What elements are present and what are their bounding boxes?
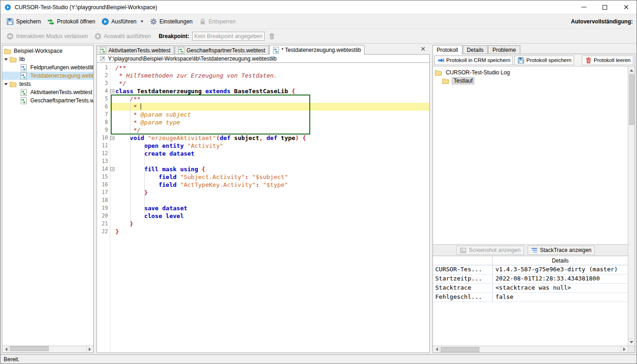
code-line[interactable]: 13 (97, 157, 429, 165)
details-row[interactable]: Stacktrace<stacktrace was null> (433, 284, 628, 293)
code-line[interactable]: 6 * (97, 103, 429, 111)
maximize-button[interactable] (594, 0, 615, 14)
unlock-label: Entsperren (209, 18, 236, 25)
log-tree-item[interactable]: Testlauf (433, 77, 628, 85)
autocomplete-label: Autovervollständigung: (571, 18, 634, 25)
code-line[interactable]: 18 (97, 196, 429, 204)
editor-tab[interactable]: AktivitaetenTests.webtest (97, 45, 174, 55)
maximize-icon (603, 5, 607, 10)
save-button[interactable]: Speichern (3, 17, 44, 27)
scroll-up-button[interactable] (628, 67, 635, 73)
clear-protocol-button[interactable]: Protokoll leeren (582, 56, 633, 65)
line-number: 19 (97, 204, 110, 212)
show-stacktrace-button[interactable]: StackTrace anzeigen (528, 246, 595, 255)
workspace-tree: Beispiel-WorkspacelibFeldpruefungen.webt… (2, 45, 93, 346)
code-line[interactable]: 2 * Hilfsmethoden zur Erzeugung von Test… (97, 72, 429, 79)
minimize-button[interactable] (573, 0, 594, 14)
tree-item[interactable]: AktivitaetenTests.webtest (2, 88, 93, 96)
fold-column (110, 165, 115, 173)
code-text: fill mask using { (115, 165, 429, 173)
tree-item[interactable]: tests (2, 80, 93, 88)
delete-breakpoint-button[interactable] (267, 31, 278, 42)
fold-column (110, 79, 115, 87)
protocol-vscrollbar[interactable] (628, 67, 635, 346)
expander-icon[interactable] (4, 58, 8, 61)
scrollbar-thumb[interactable] (441, 347, 479, 352)
code-text: * @param subject (115, 111, 429, 118)
scroll-left-button[interactable] (2, 346, 9, 353)
details-row[interactable]: Startzeitp...2022-08-01T12:28:33.4343818… (433, 274, 628, 284)
log-tree-item[interactable]: CURSOR-Test-Studio Log (433, 68, 628, 77)
code-line[interactable]: 5 /** (97, 95, 429, 103)
file-path: Y:\playground\Beispiel-Workspace\lib\Tes… (108, 56, 277, 62)
code-line[interactable]: 3 */ (97, 79, 429, 87)
sidebar-hscrollbar[interactable] (2, 346, 93, 353)
tab-protokoll[interactable]: Protokoll (432, 45, 462, 54)
settings-button[interactable]: Einstellungen (147, 17, 196, 27)
code-line[interactable]: 22} (97, 228, 429, 235)
save-protocol-crm-button[interactable]: Protokoll in CRM speichern (434, 56, 513, 65)
breakpoint-input[interactable] (192, 32, 265, 41)
scroll-left-button[interactable] (433, 346, 440, 353)
tree-item[interactable]: lib (2, 55, 93, 63)
fold-collapse-icon[interactable] (110, 167, 114, 171)
code-line[interactable]: 9 */ (97, 126, 429, 134)
save-protocol-button[interactable]: Protokoll speichern (514, 56, 574, 65)
webtest-file-icon (21, 97, 28, 104)
run-dropdown-icon[interactable] (141, 21, 143, 24)
close-button[interactable] (615, 0, 637, 14)
scroll-down-button[interactable] (628, 339, 635, 346)
run-button[interactable]: Ausführen (98, 17, 147, 27)
tree-item[interactable]: GeschaeftspartnerTests.webtest (2, 96, 93, 105)
editor-tab[interactable]: * Testdatenerzeugung.webtestlib (269, 45, 364, 55)
tab-details[interactable]: Details (463, 45, 488, 54)
expander-icon[interactable] (4, 83, 8, 85)
protocol-content: CURSOR-Test-Studio LogTestlauf Screensho… (433, 67, 635, 346)
code-line[interactable]: 8 * @param type (97, 118, 429, 126)
code-text: field "Subject.Activity": "$subject" (115, 173, 429, 181)
scroll-right-button[interactable] (621, 346, 628, 353)
line-number: 11 (97, 142, 110, 150)
code-line[interactable]: 15 field "Subject.Activity": "$subject" (97, 173, 429, 181)
line-number: 7 (97, 111, 110, 118)
tree-item[interactable]: Testdatenerzeugung.webtestlib (2, 72, 93, 80)
fold-collapse-icon[interactable] (110, 89, 114, 93)
scroll-right-button[interactable] (86, 346, 93, 353)
open-protocol-button[interactable]: Protokoll öffnen (44, 17, 98, 27)
scrollbar-track[interactable] (49, 346, 86, 353)
show-stacktrace-label: StackTrace anzeigen (540, 247, 592, 253)
code-line[interactable]: 16 field "ActTypeKey.Activity": "$type" (97, 181, 429, 189)
tree-item-label: AktivitaetenTests.webtest (30, 89, 92, 95)
scrollbar-thumb[interactable] (10, 346, 49, 351)
code-line[interactable]: 14 fill mask using { (97, 165, 429, 173)
tab-probleme[interactable]: Probleme (488, 45, 520, 54)
webtest-file-icon (21, 89, 28, 96)
code-line[interactable]: 11 open entity "Activity" (97, 142, 429, 150)
close-tab-button[interactable] (416, 46, 430, 55)
code-editor[interactable]: 1/**2 * Hilfsmethoden zur Erzeugung von … (97, 63, 430, 353)
fold-column (110, 72, 115, 79)
tree-item[interactable]: Beispiel-Workspace (2, 47, 93, 55)
editor-tab[interactable]: GeschaeftspartnerTests.webtest (175, 45, 269, 55)
code-line[interactable]: 4class Testdatenerzeugung extends BaseTe… (97, 87, 429, 95)
details-row[interactable]: Fehlgeschl...false (433, 293, 628, 302)
crm-upload-icon (437, 56, 444, 64)
protocol-hscrollbar[interactable] (433, 346, 635, 353)
code-line[interactable]: 12 create dataset (97, 150, 429, 157)
code-line[interactable]: 19 save dataset (97, 204, 429, 212)
code-line[interactable]: 17 } (97, 189, 429, 196)
code-text: */ (115, 126, 429, 134)
code-line[interactable]: 10 void "erzeugeAktivitaet"(def subject,… (97, 134, 429, 142)
code-line[interactable]: 1/** (97, 64, 429, 72)
code-line[interactable]: 20 close level (97, 212, 429, 220)
details-row[interactable]: CURSOR-Tes...v1.4.3-587-g75e96e3-dirty (… (433, 265, 628, 274)
code-line[interactable]: 7 * @param subject (97, 111, 429, 118)
code-line[interactable]: 21 } (97, 220, 429, 228)
folder-icon (435, 69, 443, 76)
fold-collapse-icon[interactable] (110, 136, 114, 140)
scrollbar-thumb[interactable] (629, 74, 634, 125)
indent-guide (144, 142, 145, 220)
tree-item[interactable]: Feldpruefungen.webtestlib (2, 63, 93, 72)
scroll-up-icon (630, 67, 633, 72)
scroll-left-icon (3, 347, 7, 351)
